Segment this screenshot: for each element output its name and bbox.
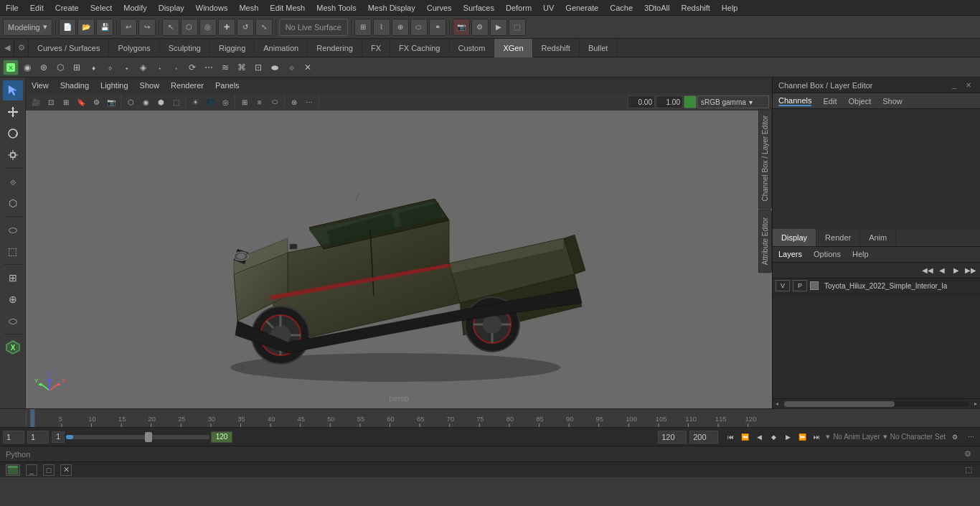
ipr-btn[interactable]: ▶ <box>490 19 507 36</box>
menu-cache[interactable]: Cache <box>604 2 639 14</box>
xgen-tool-14[interactable]: ≋ <box>217 60 233 75</box>
tab-sculpting[interactable]: Sculpting <box>160 39 210 57</box>
vp-menu-view[interactable]: View <box>32 81 49 90</box>
menu-redshift[interactable]: Redshift <box>675 2 715 14</box>
tab-anim[interactable]: Anim <box>860 229 896 246</box>
vp-menu-show[interactable]: Show <box>140 81 160 90</box>
workspace-dropdown[interactable]: Modeling ▾ <box>3 19 52 36</box>
menu-edit[interactable]: Edit <box>24 2 50 14</box>
open-file-btn[interactable]: 📂 <box>77 19 95 36</box>
tab-rigging[interactable]: Rigging <box>210 39 255 57</box>
vp-select-cam[interactable]: 📷 <box>104 95 118 109</box>
xgen-tool-15[interactable]: ⌘ <box>234 60 250 75</box>
side-tab-attribute-editor[interactable]: Attribute Editor <box>758 210 772 273</box>
menu-deform[interactable]: Deform <box>500 2 537 14</box>
vp-menu-shading[interactable]: Shading <box>60 81 89 90</box>
vp-flat[interactable]: ⬢ <box>154 95 168 109</box>
tab-redshift[interactable]: Redshift <box>533 39 580 57</box>
current-frame-input[interactable] <box>3 431 24 444</box>
paint-btn[interactable]: ◎ <box>199 19 217 36</box>
snap-grid-btn[interactable]: ⊞ <box>354 19 372 36</box>
vp-wireframe[interactable]: ⬡ <box>123 95 138 109</box>
layer-visibility-btn[interactable]: V <box>776 280 790 291</box>
ch-tab-object[interactable]: Object <box>848 97 871 106</box>
menu-display[interactable]: Display <box>153 2 190 14</box>
tab-polygons[interactable]: Polygons <box>109 39 159 57</box>
rotate-tool-btn[interactable] <box>3 123 23 144</box>
layer-playback-btn[interactable]: P <box>793 280 807 291</box>
tab-custom[interactable]: Custom <box>450 39 495 57</box>
magnet-btn[interactable]: ⚭ <box>429 19 446 36</box>
vp-bookmarks[interactable]: 🔖 <box>74 95 88 109</box>
anim-step-fwd-btn[interactable]: ⏩ <box>796 431 809 444</box>
xgen-tool-10[interactable]: ⬪ <box>151 60 167 75</box>
menu-modify[interactable]: Modify <box>118 2 152 14</box>
move-tool-btn[interactable] <box>3 102 23 122</box>
tab-display[interactable]: Display <box>773 229 816 246</box>
snap-grid2-btn[interactable]: ⊞ <box>3 268 23 288</box>
script-editor-btn[interactable]: ⬚ <box>963 464 974 476</box>
layer-arrow-fwd[interactable]: ▶ <box>950 263 963 276</box>
slider-start-val[interactable] <box>52 431 65 443</box>
xgen-tool-16[interactable]: ⊡ <box>250 60 266 75</box>
more-options-btn[interactable]: ⋯ <box>964 431 977 444</box>
menu-mesh-tools[interactable]: Mesh Tools <box>311 2 362 14</box>
rotate-btn[interactable]: ↺ <box>237 19 254 36</box>
redo-btn[interactable]: ↪ <box>138 19 156 36</box>
tab-fx-caching[interactable]: FX Caching <box>390 39 449 57</box>
menu-surfaces[interactable]: Surfaces <box>458 2 500 14</box>
tab-xgen[interactable]: XGen <box>494 39 532 57</box>
frame-slider[interactable] <box>66 435 209 439</box>
anim-play-fwd-btn[interactable]: ▶ <box>781 431 794 444</box>
tab-collapse-btn[interactable]: ◀ <box>0 39 14 57</box>
xgen-tool-8[interactable]: ⬩ <box>118 60 134 75</box>
tab-render[interactable]: Render <box>816 229 860 246</box>
ch-tab-edit[interactable]: Edit <box>823 97 837 106</box>
soft-mod-btn[interactable]: ⟐ <box>3 172 23 192</box>
xgen-tool-2[interactable]: ◉ <box>19 60 35 75</box>
menu-windows[interactable]: Windows <box>190 2 234 14</box>
slider-end-val[interactable] <box>211 431 232 443</box>
frame-input2[interactable] <box>27 431 49 444</box>
lasso-btn[interactable]: ⬡ <box>181 19 198 36</box>
snap-surface-btn[interactable]: ⬭ <box>410 19 428 36</box>
vp-bounding[interactable]: ⬚ <box>169 95 183 109</box>
xgen-icon[interactable]: X <box>3 337 23 357</box>
vp-menu-lighting[interactable]: Lighting <box>100 81 128 90</box>
vp-menu-renderer[interactable]: Renderer <box>171 81 204 90</box>
layer-arrow-back[interactable]: ◀ <box>936 263 948 276</box>
snap-point-btn[interactable]: ⊕ <box>392 19 409 36</box>
ch-tab-channels[interactable]: Channels <box>778 96 811 106</box>
xgen-tool-13[interactable]: ⋯ <box>201 60 217 75</box>
anim-play-back-btn[interactable]: ◀ <box>753 431 765 444</box>
taskbar-window-icon[interactable] <box>6 464 20 476</box>
move-btn[interactable]: ✚ <box>218 19 235 36</box>
new-file-btn[interactable]: 📄 <box>59 19 76 36</box>
settings-btn[interactable]: ⚙ <box>14 39 29 57</box>
menu-3dtall[interactable]: 3DtoAll <box>639 2 675 14</box>
menu-uv[interactable]: UV <box>537 2 560 14</box>
menu-curves[interactable]: Curves <box>421 2 458 14</box>
select-tool-btn[interactable] <box>3 80 23 100</box>
ch-tab-show[interactable]: Show <box>882 97 903 106</box>
vp-camera-select[interactable]: 🎥 <box>29 95 43 109</box>
layer-tab-help[interactable]: Help <box>852 250 869 258</box>
xgen-tool-11[interactable]: ⬫ <box>168 60 184 75</box>
vp-camera-gate[interactable]: ⬭ <box>268 95 282 109</box>
rp-close-btn[interactable]: ✕ <box>963 80 974 91</box>
render-settings-btn[interactable]: ⚙ <box>471 19 489 36</box>
live-surface-btn[interactable]: No Live Surface <box>279 19 348 36</box>
render-btn[interactable]: 📷 <box>453 19 470 36</box>
tab-animation[interactable]: Animation <box>255 39 308 57</box>
scroll-track[interactable] <box>784 401 969 407</box>
select-mode-btn[interactable]: ↖ <box>162 19 179 36</box>
settings-gear-btn[interactable]: ⚙ <box>948 431 961 444</box>
xgen-tool-7[interactable]: ⬨ <box>102 60 118 75</box>
close-window-btn[interactable]: ✕ <box>60 464 72 476</box>
lasso-select-btn[interactable]: ⬭ <box>3 220 23 240</box>
vp-menu-panels[interactable]: Panels <box>215 81 240 90</box>
menu-edit-mesh[interactable]: Edit Mesh <box>264 2 311 14</box>
vp-scene-setup[interactable]: ⚙ <box>89 95 103 109</box>
timeline-ruler[interactable]: 1 5 10 15 20 25 30 35 40 45 <box>26 409 772 428</box>
vp-shadow[interactable]: 🌑 <box>203 95 217 109</box>
